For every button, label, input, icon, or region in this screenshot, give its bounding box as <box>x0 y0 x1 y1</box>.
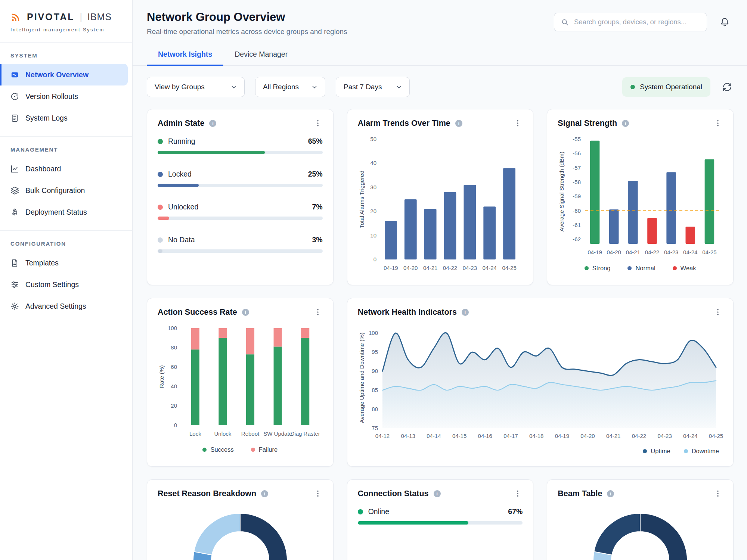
info-icon[interactable]: i <box>622 120 629 127</box>
line-chart-icon <box>10 165 19 173</box>
tab-device-manager[interactable]: Device Manager <box>223 45 299 65</box>
page-title: Network Group Overview <box>147 10 347 24</box>
legend-item: Uptime <box>643 448 670 455</box>
chevron-down-icon <box>311 84 317 90</box>
legend-dot <box>673 266 677 270</box>
legend-item: Success <box>202 446 233 453</box>
chevron-down-icon <box>396 84 402 90</box>
info-icon[interactable]: i <box>434 490 441 497</box>
svg-text:Unlock: Unlock <box>214 430 231 437</box>
svg-text:04-14: 04-14 <box>427 433 441 439</box>
status-metric: Online67% <box>358 507 523 525</box>
search-input[interactable] <box>573 18 700 27</box>
status-percent: 65% <box>308 137 323 146</box>
info-icon[interactable]: i <box>242 309 249 316</box>
chevron-down-icon <box>231 84 237 90</box>
sidebar-item-templates[interactable]: Templates <box>0 252 128 274</box>
svg-text:20: 20 <box>171 402 177 409</box>
sidebar-item-system-logs[interactable]: System Logs <box>0 107 128 129</box>
action-success-chart-body: 020406080100Rate (%)LockUnlockRebootSW U… <box>158 322 323 457</box>
region-dropdown[interactable]: All Regions <box>255 77 325 97</box>
svg-text:Rate (%): Rate (%) <box>158 365 165 388</box>
legend-item: Strong <box>585 265 611 272</box>
sidebar-item-label: Dashboard <box>25 165 61 173</box>
sidebar-item-network-overview[interactable]: Network Overview <box>0 64 128 85</box>
kebab-menu-icon[interactable] <box>713 489 723 498</box>
reset_reason-chart <box>158 504 323 560</box>
svg-text:04-23: 04-23 <box>462 265 477 271</box>
sidebar-item-label: Version Rollouts <box>25 92 78 101</box>
svg-text:Total Alarms Triggered: Total Alarms Triggered <box>359 171 365 228</box>
search-box[interactable] <box>554 13 707 31</box>
svg-text:100: 100 <box>168 325 177 331</box>
svg-text:04-21: 04-21 <box>626 249 640 255</box>
svg-text:04-25: 04-25 <box>703 249 717 255</box>
kebab-menu-icon[interactable] <box>513 489 523 498</box>
brand-tagline: Intelligent management System <box>10 27 122 32</box>
card-title: Reset Reason Breakdown <box>158 489 256 498</box>
gear-icon <box>10 302 19 311</box>
progress-fill <box>158 184 199 187</box>
sidebar-item-advanced-settings[interactable]: Advanced Settings <box>0 295 128 317</box>
card-title: Signal Strength <box>558 119 617 128</box>
sidebar-item-deployment-status[interactable]: Deployment Status <box>0 201 128 223</box>
svg-text:04-15: 04-15 <box>452 433 467 439</box>
card-admin-state: Admin State i Running65%Locked25%Unlocke… <box>147 109 334 285</box>
alarm_trends-chart: 01020304050Total Alarms Triggered04-1904… <box>358 133 523 276</box>
kebab-menu-icon[interactable] <box>313 307 323 317</box>
status-percent: 3% <box>312 236 322 244</box>
sidebar-item-dashboard[interactable]: Dashboard <box>0 158 128 180</box>
date-range-dropdown[interactable]: Past 7 Days <box>336 77 410 97</box>
view-by-dropdown[interactable]: View by Groups <box>147 77 245 97</box>
svg-text:04-23: 04-23 <box>657 433 672 439</box>
sidebar-item-label: System Logs <box>25 114 68 122</box>
filter-bar: View by Groups All Regions Past 7 Days S… <box>147 77 734 97</box>
svg-text:04-25: 04-25 <box>709 433 722 439</box>
card-title: Network Health Indicators <box>358 308 457 317</box>
legend-item: Normal <box>627 265 655 272</box>
status-dot <box>158 205 163 210</box>
sidebar-item-bulk-configuration[interactable]: Bulk Configuration <box>0 180 128 201</box>
progress-fill <box>158 217 169 220</box>
network_health-chart: 7580859095100Average Uptime and Downtime… <box>358 322 723 443</box>
legend-dot <box>585 266 589 270</box>
notification-bell-icon[interactable] <box>718 16 731 29</box>
status-percent: 7% <box>312 203 322 211</box>
nav-section-title: CONFIGURATION <box>0 240 132 247</box>
progress-fill <box>358 521 468 525</box>
nav-section-configuration: CONFIGURATION Templates Custom Settings <box>0 231 132 324</box>
info-icon[interactable]: i <box>607 490 614 497</box>
svg-text:20: 20 <box>370 208 376 214</box>
kebab-menu-icon[interactable] <box>313 489 323 498</box>
info-icon[interactable]: i <box>261 490 268 497</box>
sidebar-item-custom-settings[interactable]: Custom Settings <box>0 274 128 295</box>
donut-segment <box>240 513 287 560</box>
nav-section-title: MANAGEMENT <box>0 146 132 153</box>
kebab-menu-icon[interactable] <box>713 307 723 317</box>
svg-text:-59: -59 <box>573 193 581 199</box>
card-network-health: Network Health Indicators i 758085909510… <box>347 298 734 467</box>
cards-grid: Admin State i Running65%Locked25%Unlocke… <box>147 109 734 560</box>
brand-product: IBMS <box>87 12 112 22</box>
connection-status-body: Online67% <box>358 507 523 560</box>
svg-text:04-16: 04-16 <box>478 433 492 439</box>
svg-text:Reboot: Reboot <box>241 430 260 437</box>
svg-text:04-25: 04-25 <box>502 265 516 271</box>
kebab-menu-icon[interactable] <box>713 118 723 128</box>
kebab-menu-icon[interactable] <box>313 118 323 128</box>
info-icon[interactable]: i <box>209 120 216 127</box>
info-icon[interactable]: i <box>455 120 462 127</box>
progress-track <box>158 151 323 154</box>
status-dot <box>158 237 163 243</box>
svg-text:0: 0 <box>373 256 376 262</box>
progress-track <box>158 184 323 187</box>
network-health-chart-body: 7580859095100Average Uptime and Downtime… <box>358 322 723 457</box>
svg-text:04-22: 04-22 <box>632 433 646 439</box>
refresh-icon[interactable] <box>721 81 734 93</box>
donut-segment <box>194 513 240 555</box>
sidebar-item-version-rollouts[interactable]: Version Rollouts <box>0 85 128 107</box>
kebab-menu-icon[interactable] <box>513 118 523 128</box>
status-badge-label: System Operational <box>640 83 702 91</box>
info-icon[interactable]: i <box>462 309 469 316</box>
tab-network-insights[interactable]: Network Isights <box>147 45 223 65</box>
